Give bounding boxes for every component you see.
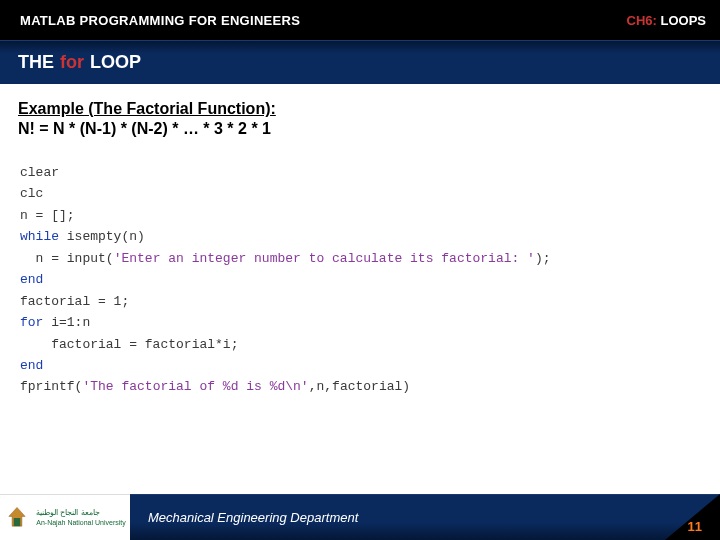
code-keyword: for [20, 315, 43, 330]
content-area: Example (The Factorial Function): N! = N… [0, 84, 720, 398]
header-bar: MATLAB PROGRAMMING FOR ENGINEERS CH6: LO… [0, 0, 720, 40]
svg-rect-0 [14, 518, 21, 526]
title-loop: LOOP [90, 52, 141, 73]
code-string: 'The factorial of %d is %d\n' [82, 379, 308, 394]
code-line: clc [20, 186, 43, 201]
code-line: ); [535, 251, 551, 266]
footer-bar: Mechanical Engineering Department 11 [130, 494, 720, 540]
code-line: factorial = 1; [20, 294, 129, 309]
code-line: n = []; [20, 208, 75, 223]
university-logo-icon [4, 505, 30, 531]
subheader-bar: THE for LOOP [0, 40, 720, 84]
logo-arabic: جامعة النجاح الوطنية [36, 509, 99, 517]
header-title: MATLAB PROGRAMMING FOR ENGINEERS [20, 13, 300, 28]
code-line: isempty(n) [59, 229, 145, 244]
code-keyword: end [20, 358, 43, 373]
code-string: 'Enter an integer number to calculate it… [114, 251, 535, 266]
page-number: 11 [688, 519, 720, 534]
chapter-suffix: LOOPS [660, 13, 706, 28]
logo-text: جامعة النجاح الوطنية An-Najah National U… [36, 509, 125, 526]
logo-english: An-Najah National University [36, 519, 125, 526]
code-line: fprintf( [20, 379, 82, 394]
title-the: THE [18, 52, 54, 73]
example-heading: Example (The Factorial Function): [18, 100, 702, 118]
footer: جامعة النجاح الوطنية An-Najah National U… [0, 494, 720, 540]
code-line: factorial = factorial*i; [20, 337, 238, 352]
code-line: clear [20, 165, 59, 180]
formula: N! = N * (N-1) * (N-2) * … * 3 * 2 * 1 [18, 120, 702, 138]
footer-department: Mechanical Engineering Department [148, 510, 358, 525]
title-for: for [60, 52, 84, 73]
header-chapter: CH6: LOOPS [627, 13, 706, 28]
code-line: n = input( [20, 251, 114, 266]
footer-logo-area: جامعة النجاح الوطنية An-Najah National U… [0, 494, 130, 540]
code-line: i=1:n [43, 315, 90, 330]
code-keyword: end [20, 272, 43, 287]
chapter-prefix: CH6: [627, 13, 657, 28]
code-line: ,n,factorial) [309, 379, 410, 394]
code-keyword: while [20, 229, 59, 244]
code-block: clear clc n = []; while isempty(n) n = i… [18, 162, 702, 398]
